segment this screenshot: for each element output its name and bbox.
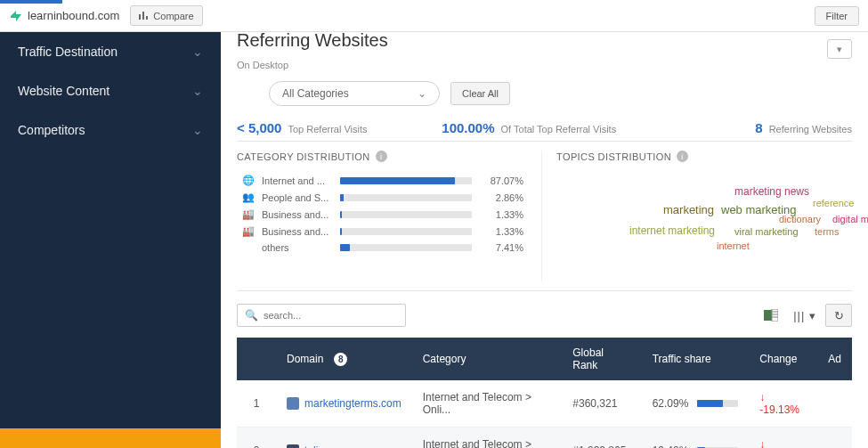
- chevron-down-icon: ⌄: [192, 84, 203, 98]
- bar-track: [340, 228, 472, 235]
- stat-label: Of Total Top Referral Visits: [501, 124, 617, 134]
- chevron-down-icon: ⌄: [418, 87, 426, 100]
- info-icon[interactable]: i: [677, 151, 688, 162]
- category-bar-row: 👥 People and S... 2.86%: [242, 191, 523, 203]
- brand: learninbound.com: [9, 9, 119, 23]
- compare-button[interactable]: Compare: [130, 5, 202, 26]
- sidebar: Traffic Destination ⌄ Website Content ⌄ …: [0, 32, 221, 448]
- th-index: [237, 338, 276, 380]
- table-row: 1 marketingterms.com Internet and Teleco…: [237, 380, 852, 428]
- svg-rect-0: [139, 14, 141, 20]
- topic-tag[interactable]: digital marketing: [832, 214, 868, 224]
- domain-name: marketingterms.com: [304, 397, 402, 410]
- category-bar-row: 🏭 Business and... 1.33%: [242, 225, 523, 237]
- filter-button[interactable]: Filter: [815, 6, 859, 26]
- category-label: Internet and ...: [262, 175, 333, 186]
- sidebar-footer-accent: [0, 428, 221, 448]
- th-ad[interactable]: Ad: [817, 338, 852, 380]
- favicon: [287, 397, 299, 410]
- stat-value: 100.00%: [442, 120, 494, 135]
- svg-rect-1: [142, 12, 144, 20]
- topic-tag[interactable]: marketing: [663, 203, 714, 216]
- category-icon: 👥: [242, 191, 255, 203]
- panel-header: Referring Websites On Desktop ▾: [237, 32, 852, 76]
- stat-label: Top Referral Visits: [288, 124, 367, 134]
- topic-tag[interactable]: internet marketing: [629, 224, 715, 237]
- bar-track: [340, 211, 472, 218]
- row-index: 1: [237, 380, 276, 428]
- export-excel-button[interactable]: [758, 304, 784, 327]
- topic-tag[interactable]: reference: [813, 198, 854, 208]
- category-pct: 2.86%: [479, 192, 523, 203]
- search-box[interactable]: 🔍: [237, 304, 406, 327]
- domain-count-badge: 8: [334, 353, 347, 366]
- bar-track: [340, 244, 472, 251]
- category-bar-row: others 7.41%: [242, 242, 523, 253]
- domain-link[interactable]: marketingterms.com: [287, 397, 402, 410]
- columns-button[interactable]: ||| ▾: [791, 304, 818, 327]
- stat-referring-count: 8 Referring Websites: [647, 120, 852, 135]
- row-share: 19.40%: [653, 444, 739, 448]
- refresh-button[interactable]: ↻: [825, 304, 852, 327]
- category-label: People and S...: [262, 192, 333, 203]
- row-share: 62.09%: [653, 397, 739, 410]
- row-category: Internet and Telecom > Onli...: [412, 428, 563, 449]
- topbar: learninbound.com Compare Filter: [0, 0, 868, 32]
- row-category: Internet and Telecom > Onli...: [412, 380, 563, 428]
- compare-label: Compare: [153, 11, 193, 21]
- topic-tag[interactable]: dictionary: [779, 214, 821, 224]
- category-label: Business and...: [262, 226, 333, 237]
- th-global-rank[interactable]: Global Rank: [562, 338, 641, 380]
- category-dist-title: CATEGORY DISTRIBUTION: [237, 151, 370, 162]
- change-down: ↓ -69.19%: [759, 438, 807, 448]
- category-icon: 🏭: [242, 225, 255, 237]
- category-pct: 7.41%: [479, 242, 523, 253]
- category-distribution: CATEGORY DISTRIBUTION i 🌐 Internet and .…: [237, 151, 542, 281]
- category-pct: 1.33%: [479, 209, 523, 220]
- topics-cloud: marketing newsreferencemarketingweb mark…: [556, 175, 852, 281]
- sidebar-item-competitors[interactable]: Competitors ⌄: [0, 110, 221, 150]
- stat-referral-visits: < 5,000 Top Referral Visits: [237, 120, 442, 135]
- category-label: Business and...: [262, 209, 333, 220]
- search-input[interactable]: [264, 310, 398, 321]
- clear-all-button[interactable]: Clear All: [450, 82, 510, 105]
- chevron-down-icon: ⌄: [192, 123, 203, 137]
- sidebar-item-website-content[interactable]: Website Content ⌄: [0, 71, 221, 110]
- th-traffic-share[interactable]: Traffic share: [642, 338, 750, 380]
- svg-rect-3: [764, 310, 772, 321]
- topic-tag[interactable]: internet: [717, 240, 750, 251]
- domain-name: taliagw.com: [304, 444, 361, 448]
- referring-table: Domain 8 Category Global Rank Traffic sh…: [237, 338, 852, 448]
- domain-link[interactable]: taliagw.com: [287, 444, 402, 448]
- bar-chart-icon: [139, 10, 149, 21]
- th-category[interactable]: Category: [412, 338, 563, 380]
- export-button[interactable]: ▾: [827, 39, 852, 59]
- chevron-down-icon: ⌄: [192, 45, 203, 59]
- svg-rect-4: [772, 309, 778, 322]
- sidebar-item-label: Traffic Destination: [18, 45, 118, 59]
- th-domain[interactable]: Domain 8: [276, 338, 412, 380]
- category-icon: 🏭: [242, 208, 255, 220]
- category-select[interactable]: All Categories ⌄: [269, 81, 440, 106]
- info-icon[interactable]: i: [376, 151, 387, 162]
- th-change[interactable]: Change: [749, 338, 817, 380]
- stat-value: < 5,000: [237, 120, 281, 135]
- topic-tag[interactable]: viral marketing: [734, 226, 799, 237]
- search-icon: 🔍: [245, 309, 258, 322]
- brand-domain: learninbound.com: [28, 9, 119, 22]
- category-bar-row: 🌐 Internet and ... 87.07%: [242, 175, 523, 186]
- topics-distribution: TOPICS DISTRIBUTION i marketing newsrefe…: [542, 151, 852, 281]
- bar-track: [340, 194, 472, 201]
- stats-row: < 5,000 Top Referral Visits 100.00% Of T…: [237, 115, 852, 142]
- table-row: 2 taliagw.com Internet and Telecom > Onl…: [237, 428, 852, 449]
- topic-tag[interactable]: terms: [815, 226, 840, 237]
- stat-value: 8: [755, 120, 762, 135]
- topics-dist-title: TOPICS DISTRIBUTION: [556, 151, 671, 162]
- category-pct: 1.33%: [479, 226, 523, 237]
- category-icon: 🌐: [242, 175, 255, 186]
- topic-tag[interactable]: marketing news: [734, 185, 809, 198]
- category-pct: 87.07%: [479, 175, 523, 186]
- sidebar-item-traffic-destination[interactable]: Traffic Destination ⌄: [0, 32, 221, 71]
- row-rank: #1,022,865: [562, 428, 641, 449]
- panel-subtitle: On Desktop: [237, 60, 852, 70]
